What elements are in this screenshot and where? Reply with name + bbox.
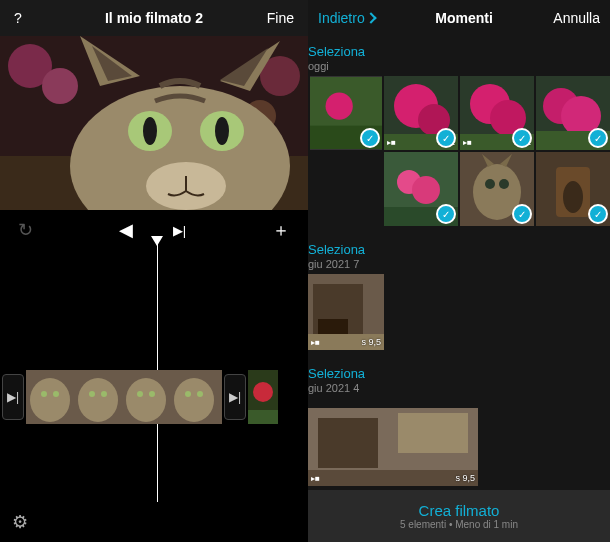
selected-check-icon: ✓ [588,128,608,148]
gear-icon[interactable]: ⚙ [12,511,28,533]
cancel-button[interactable]: Annulla [553,10,600,26]
media-thumbnail[interactable]: 9,5 s ■▸ [308,408,478,486]
picker-footer: Crea filmato 5 elementi • Meno di 1 min [308,490,610,542]
media-picker-panel: Indietro Momenti Annulla Seleziona oggi … [308,0,610,542]
skip-icon[interactable]: ▶| [173,223,186,238]
thumbnail-row: 9,5 s ■▸ [308,408,610,486]
picker-title: Momenti [435,10,493,26]
svg-point-57 [185,391,191,397]
redo-icon[interactable]: ↻ [18,219,33,241]
thumbnail-row: ✓ 11 s ■▸ ✓ 11 s ■▸ ✓ ✓ [308,76,610,150]
svg-rect-32 [398,413,468,453]
media-thumbnail[interactable]: ✓ [384,152,458,226]
help-button[interactable]: ? [14,10,64,26]
thumbnail-row: ✓ ✓ ✓ [308,152,610,226]
thumbnail-row: 9,5 s ■▸ [308,274,610,350]
svg-point-48 [41,391,47,397]
svg-point-24 [412,176,440,204]
back-button[interactable]: Indietro [318,10,375,26]
svg-point-36 [42,68,78,104]
video-icon: ■▸ [463,138,472,147]
svg-point-49 [53,391,59,397]
media-thumbnail[interactable]: ✓ [310,76,382,150]
svg-point-55 [149,391,155,397]
chevron-right-icon [365,12,376,23]
editor-header: ? Il mio filmato 2 Fine [0,0,308,36]
playhead[interactable] [157,236,158,502]
svg-point-43 [143,117,157,145]
svg-point-53 [126,378,166,422]
section-date: oggi [308,60,608,72]
selected-check-icon: ✓ [588,204,608,224]
media-thumbnail[interactable]: 11 s ■▸ ✓ [460,76,534,150]
section-date: 7 giu 2021 [308,258,608,270]
selected-check-icon: ✓ [512,204,532,224]
picker-body[interactable]: Seleziona oggi ✓ 11 s ■▸ ✓ 11 s ■▸ ✓ [308,36,610,490]
video-icon: ■▸ [311,474,320,483]
selected-check-icon: ✓ [436,204,456,224]
svg-rect-61 [248,410,278,424]
svg-point-54 [137,391,143,397]
svg-point-52 [101,391,107,397]
selected-check-icon: ✓ [360,128,380,148]
picker-header: Indietro Momenti Annulla [308,0,610,36]
svg-point-50 [78,378,118,422]
svg-point-17 [563,181,583,213]
svg-point-58 [197,391,203,397]
selected-check-icon: ✓ [436,128,456,148]
svg-point-20 [485,179,495,189]
video-icon: ■▸ [311,338,320,347]
svg-point-51 [89,391,95,397]
duration-label: 9,5 s [361,337,381,347]
selection-summary: 5 elementi • Meno di 1 min [400,519,518,530]
video-icon: ■▸ [387,138,396,147]
media-thumbnail[interactable]: ✓ [536,152,610,226]
video-preview[interactable] [0,36,308,210]
duration-label: 9,5 s [455,473,475,483]
play-icon[interactable]: ◀ [119,219,133,241]
section-date: 4 giu 2021 [308,382,608,394]
section-header: Seleziona 7 giu 2021 [308,234,610,274]
svg-point-47 [30,378,70,422]
add-media-icon[interactable]: ＋ [272,218,290,242]
select-link[interactable]: Seleziona [308,242,365,257]
done-button[interactable]: Fine [244,10,294,26]
media-thumbnail[interactable]: 11 s ■▸ ✓ [384,76,458,150]
video-track[interactable]: ▶| ▶| [0,370,308,424]
svg-point-56 [174,378,214,422]
section-header: Seleziona 4 giu 2021 [308,358,610,398]
timeline-clip[interactable] [26,370,222,424]
back-label: Indietro [318,10,365,26]
timeline[interactable]: ▶| ▶| [0,250,308,502]
selected-check-icon: ✓ [512,128,532,148]
clip-endcap-icon[interactable]: ▶| [224,374,246,420]
media-thumbnail[interactable]: ✓ [536,76,610,150]
svg-rect-31 [318,418,378,468]
editor-panel: ? Il mio filmato 2 Fine [0,0,308,542]
timeline-clip[interactable] [248,370,278,424]
project-title: Il mio filmato 2 [64,10,244,26]
svg-point-21 [499,179,509,189]
svg-point-60 [253,382,273,402]
editor-footer: ⚙ [0,502,308,542]
select-link[interactable]: Seleziona [308,366,365,381]
media-thumbnail[interactable]: 9,5 s ■▸ [308,274,384,350]
svg-rect-33 [308,470,478,486]
svg-point-44 [215,117,229,145]
create-movie-button[interactable]: Crea filmato [419,502,500,519]
clip-endcap-icon[interactable]: ▶| [2,374,24,420]
select-link[interactable]: Seleziona [308,44,365,59]
svg-point-13 [326,93,353,120]
section-header: Seleziona oggi [308,36,610,76]
media-thumbnail[interactable]: ✓ [460,152,534,226]
